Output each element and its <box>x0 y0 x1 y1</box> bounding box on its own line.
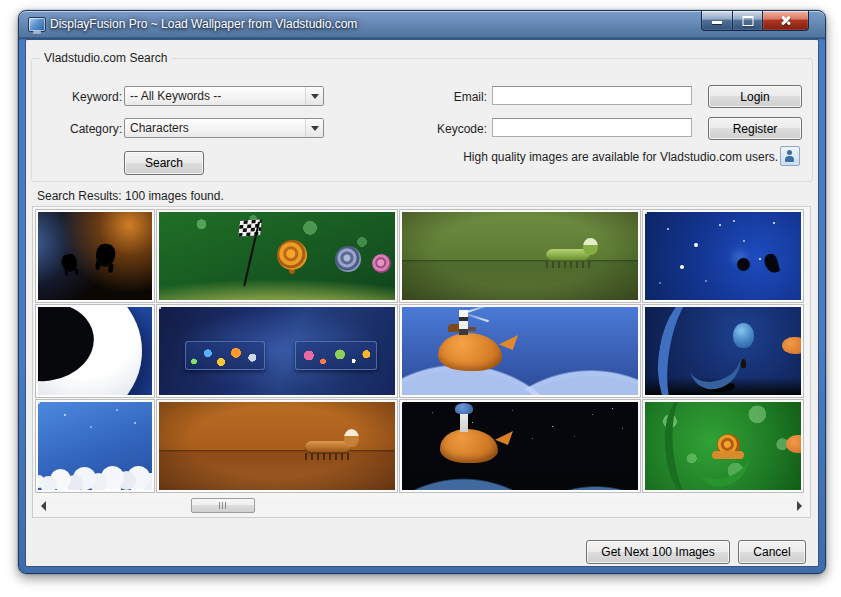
thumbnail-whale-night[interactable] <box>400 400 640 492</box>
results-status: Search Results: 100 images found. <box>37 189 224 203</box>
snail-race-art-shape <box>372 254 391 273</box>
night-garden-art-shape <box>701 381 735 392</box>
thumbnail-snail-race[interactable] <box>157 210 397 302</box>
snail-race-art-shape <box>277 240 307 270</box>
green-snail-art-shape <box>717 434 740 457</box>
green-caterpillar-art-shape <box>546 261 590 268</box>
thumbnail-night-garden[interactable] <box>643 305 803 397</box>
green-snail-art-shape <box>786 435 803 453</box>
keycode-label: Keycode: <box>415 122 487 136</box>
whale-night-art-shape <box>495 431 513 445</box>
caption-buttons <box>701 11 809 31</box>
category-label: Category: <box>42 122 122 136</box>
scroll-right-icon[interactable] <box>797 501 802 511</box>
whale-day-art-shape <box>499 335 518 350</box>
thumbnail-green-caterpillar[interactable] <box>400 210 640 302</box>
dialog-content: Vladstudio.com Search Keyword: -- All Ke… <box>25 39 819 567</box>
chevron-down-icon <box>305 87 323 105</box>
thumbnail-space-shelves[interactable] <box>157 305 397 397</box>
whale-day-art-shape <box>459 310 468 335</box>
search-button[interactable]: Search <box>124 151 204 175</box>
keyword-dropdown[interactable]: -- All Keywords -- <box>124 86 324 106</box>
dialog-window: DisplayFusion Pro ~ Load Wallpaper from … <box>18 10 826 574</box>
ants-night-art-shape <box>60 253 78 274</box>
thumbnail-green-snail[interactable] <box>643 400 803 492</box>
app-monitor-icon <box>28 17 46 32</box>
whale-night-art-shape <box>440 429 498 463</box>
results-panel <box>32 206 811 518</box>
space-shelves-art-shape <box>185 341 265 370</box>
thumbnail-robot-eye[interactable] <box>36 305 154 397</box>
user-icon[interactable] <box>780 146 800 166</box>
horizontal-scrollbar[interactable] <box>39 498 804 514</box>
high-quality-note: High quality images are available for Vl… <box>463 150 778 164</box>
snail-race-art-shape <box>335 246 361 272</box>
close-icon <box>780 15 791 26</box>
orange-caterpillar-art-shape <box>305 453 351 460</box>
footer-buttons: Get Next 100 Images Cancel <box>586 540 806 564</box>
category-dropdown-value: Characters <box>125 121 305 135</box>
maximize-icon <box>742 16 753 26</box>
window-title: DisplayFusion Pro ~ Load Wallpaper from … <box>50 17 357 31</box>
cancel-button[interactable]: Cancel <box>738 540 806 564</box>
keyword-label: Keyword: <box>42 90 122 104</box>
search-groupbox: Vladstudio.com Search Keyword: -- All Ke… <box>31 58 813 182</box>
thumbnail-ants-night[interactable] <box>36 210 154 302</box>
email-field[interactable] <box>492 86 692 105</box>
title-bar[interactable]: DisplayFusion Pro ~ Load Wallpaper from … <box>19 11 825 39</box>
thumbnail-winking-sky[interactable] <box>643 210 803 302</box>
whale-night-art-shape <box>460 410 468 432</box>
email-label: Email: <box>422 90 487 104</box>
night-garden-art-shape <box>733 323 754 348</box>
thumbnail-orange-caterpillar[interactable] <box>157 400 397 492</box>
robot-eye-art-shape <box>44 332 83 359</box>
space-shelves-art-shape <box>295 341 377 370</box>
keycode-field[interactable] <box>492 118 692 137</box>
search-group-label: Vladstudio.com Search <box>40 51 171 65</box>
login-button[interactable]: Login <box>708 85 802 108</box>
green-snail-art-shape <box>712 451 744 459</box>
category-dropdown[interactable]: Characters <box>124 118 324 138</box>
scrollbar-thumb[interactable] <box>191 498 255 513</box>
minimize-button[interactable] <box>701 11 733 31</box>
register-button[interactable]: Register <box>708 117 802 140</box>
winking-sky-art-shape <box>763 253 780 275</box>
chevron-down-icon <box>305 119 323 137</box>
minimize-icon <box>712 21 722 24</box>
get-next-images-button[interactable]: Get Next 100 Images <box>586 540 730 564</box>
thumbnail-whale-day[interactable] <box>400 305 640 397</box>
thumbnail-grid <box>36 210 807 492</box>
maximize-button[interactable] <box>733 11 763 31</box>
thumbnail-cloud-foam[interactable] <box>36 400 154 492</box>
ants-night-art-shape <box>94 243 116 268</box>
close-button[interactable] <box>763 11 809 31</box>
night-garden-art-shape <box>782 337 803 354</box>
keyword-dropdown-value: -- All Keywords -- <box>125 89 305 103</box>
scroll-left-icon[interactable] <box>41 501 46 511</box>
